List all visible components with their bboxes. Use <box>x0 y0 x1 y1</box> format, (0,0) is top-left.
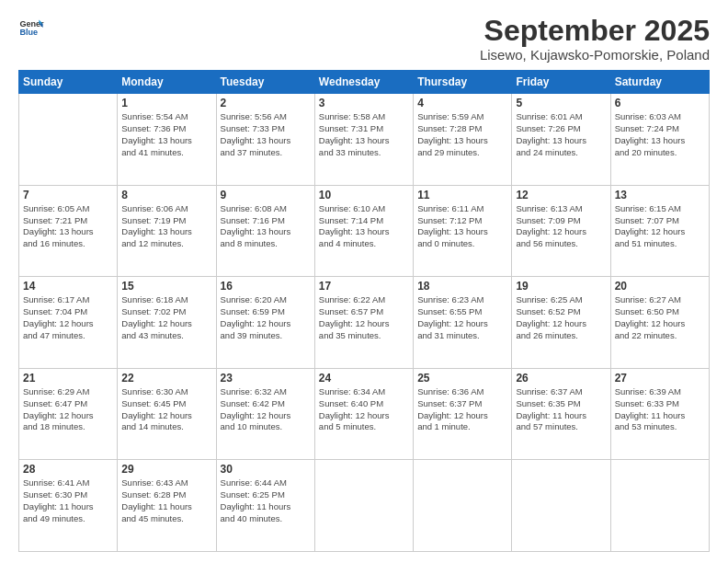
header-tuesday: Tuesday <box>216 71 314 94</box>
table-row: 24Sunrise: 6:34 AM Sunset: 6:40 PM Dayli… <box>314 368 413 460</box>
table-row: 3Sunrise: 5:58 AM Sunset: 7:31 PM Daylig… <box>314 94 413 186</box>
cell-day-number: 8 <box>121 189 211 201</box>
cell-day-number: 26 <box>516 372 606 385</box>
table-row: 25Sunrise: 6:36 AM Sunset: 6:37 PM Dayli… <box>414 368 512 460</box>
cell-day-number: 27 <box>615 372 705 385</box>
header-thursday: Thursday <box>414 71 512 94</box>
table-row: 14Sunrise: 6:17 AM Sunset: 7:04 PM Dayli… <box>19 277 118 369</box>
cell-info-text: Sunrise: 6:22 AM Sunset: 6:57 PM Dayligh… <box>319 294 409 341</box>
cell-day-number: 30 <box>221 463 311 476</box>
header-sunday: Sunday <box>19 71 118 94</box>
table-row: 28Sunrise: 6:41 AM Sunset: 6:30 PM Dayli… <box>19 460 118 552</box>
table-row <box>19 94 118 186</box>
cell-info-text: Sunrise: 6:11 AM Sunset: 7:12 PM Dayligh… <box>417 203 507 250</box>
calendar-header-row: Sunday Monday Tuesday Wednesday Thursday… <box>19 71 710 94</box>
header-wednesday: Wednesday <box>314 71 413 94</box>
table-row: 16Sunrise: 6:20 AM Sunset: 6:59 PM Dayli… <box>216 277 314 369</box>
header-friday: Friday <box>512 71 610 94</box>
header-monday: Monday <box>118 71 216 94</box>
table-row <box>314 460 413 552</box>
month-title: September 2025 <box>480 15 710 47</box>
cell-day-number: 5 <box>516 97 606 109</box>
cell-info-text: Sunrise: 6:18 AM Sunset: 7:02 PM Dayligh… <box>121 294 211 341</box>
table-row: 11Sunrise: 6:11 AM Sunset: 7:12 PM Dayli… <box>414 185 512 277</box>
table-row: 8Sunrise: 6:06 AM Sunset: 7:19 PM Daylig… <box>118 185 216 277</box>
table-row: 23Sunrise: 6:32 AM Sunset: 6:42 PM Dayli… <box>216 368 314 460</box>
cell-day-number: 13 <box>615 189 705 201</box>
cell-info-text: Sunrise: 6:15 AM Sunset: 7:07 PM Dayligh… <box>615 203 705 250</box>
table-row <box>414 460 512 552</box>
cell-info-text: Sunrise: 6:27 AM Sunset: 6:50 PM Dayligh… <box>615 294 705 341</box>
cell-info-text: Sunrise: 6:20 AM Sunset: 6:59 PM Dayligh… <box>221 294 311 341</box>
cell-info-text: Sunrise: 6:34 AM Sunset: 6:40 PM Dayligh… <box>319 386 409 433</box>
table-row: 29Sunrise: 6:43 AM Sunset: 6:28 PM Dayli… <box>118 460 216 552</box>
table-row: 9Sunrise: 6:08 AM Sunset: 7:16 PM Daylig… <box>216 185 314 277</box>
cell-day-number: 24 <box>319 372 409 385</box>
cell-day-number: 23 <box>221 372 311 385</box>
table-row: 21Sunrise: 6:29 AM Sunset: 6:47 PM Dayli… <box>19 368 118 460</box>
calendar-week-row: 1Sunrise: 5:54 AM Sunset: 7:36 PM Daylig… <box>19 94 710 186</box>
cell-day-number: 1 <box>121 97 211 109</box>
cell-day-number: 21 <box>23 372 113 385</box>
table-row <box>512 460 610 552</box>
cell-info-text: Sunrise: 6:13 AM Sunset: 7:09 PM Dayligh… <box>516 203 606 250</box>
table-row: 12Sunrise: 6:13 AM Sunset: 7:09 PM Dayli… <box>512 185 610 277</box>
cell-day-number: 3 <box>319 97 409 109</box>
table-row: 19Sunrise: 6:25 AM Sunset: 6:52 PM Dayli… <box>512 277 610 369</box>
table-row: 22Sunrise: 6:30 AM Sunset: 6:45 PM Dayli… <box>118 368 216 460</box>
cell-day-number: 4 <box>417 97 507 109</box>
cell-day-number: 22 <box>121 372 211 385</box>
cell-info-text: Sunrise: 6:43 AM Sunset: 6:28 PM Dayligh… <box>121 477 211 524</box>
svg-text:Blue: Blue <box>19 28 38 37</box>
cell-day-number: 10 <box>319 189 409 201</box>
cell-info-text: Sunrise: 6:25 AM Sunset: 6:52 PM Dayligh… <box>516 294 606 341</box>
cell-info-text: Sunrise: 6:17 AM Sunset: 7:04 PM Dayligh… <box>23 294 113 341</box>
cell-day-number: 11 <box>417 189 507 201</box>
cell-info-text: Sunrise: 6:05 AM Sunset: 7:21 PM Dayligh… <box>23 203 113 250</box>
cell-day-number: 16 <box>221 280 311 293</box>
cell-day-number: 19 <box>516 280 606 293</box>
table-row: 17Sunrise: 6:22 AM Sunset: 6:57 PM Dayli… <box>314 277 413 369</box>
cell-day-number: 29 <box>121 463 211 476</box>
table-row: 1Sunrise: 5:54 AM Sunset: 7:36 PM Daylig… <box>118 94 216 186</box>
calendar-week-row: 14Sunrise: 6:17 AM Sunset: 7:04 PM Dayli… <box>19 277 710 369</box>
cell-day-number: 25 <box>417 372 507 385</box>
table-row: 7Sunrise: 6:05 AM Sunset: 7:21 PM Daylig… <box>19 185 118 277</box>
cell-info-text: Sunrise: 5:59 AM Sunset: 7:28 PM Dayligh… <box>417 111 507 158</box>
cell-day-number: 7 <box>23 189 113 201</box>
cell-info-text: Sunrise: 6:41 AM Sunset: 6:30 PM Dayligh… <box>23 477 113 524</box>
table-row: 26Sunrise: 6:37 AM Sunset: 6:35 PM Dayli… <box>512 368 610 460</box>
cell-day-number: 20 <box>615 280 705 293</box>
cell-info-text: Sunrise: 5:58 AM Sunset: 7:31 PM Dayligh… <box>319 111 409 158</box>
cell-info-text: Sunrise: 5:54 AM Sunset: 7:36 PM Dayligh… <box>121 111 211 158</box>
cell-info-text: Sunrise: 6:29 AM Sunset: 6:47 PM Dayligh… <box>23 386 113 433</box>
header-saturday: Saturday <box>610 71 709 94</box>
cell-info-text: Sunrise: 6:03 AM Sunset: 7:24 PM Dayligh… <box>615 111 705 158</box>
title-block: September 2025 Lisewo, Kujawsko-Pomorski… <box>480 15 710 63</box>
calendar-week-row: 28Sunrise: 6:41 AM Sunset: 6:30 PM Dayli… <box>19 460 710 552</box>
cell-day-number: 15 <box>121 280 211 293</box>
table-row: 4Sunrise: 5:59 AM Sunset: 7:28 PM Daylig… <box>414 94 512 186</box>
page: General Blue September 2025 Lisewo, Kuja… <box>0 0 728 563</box>
table-row: 10Sunrise: 6:10 AM Sunset: 7:14 PM Dayli… <box>314 185 413 277</box>
logo: General Blue <box>18 15 44 40</box>
calendar-week-row: 7Sunrise: 6:05 AM Sunset: 7:21 PM Daylig… <box>19 185 710 277</box>
table-row: 13Sunrise: 6:15 AM Sunset: 7:07 PM Dayli… <box>610 185 709 277</box>
cell-day-number: 18 <box>417 280 507 293</box>
table-row: 15Sunrise: 6:18 AM Sunset: 7:02 PM Dayli… <box>118 277 216 369</box>
cell-info-text: Sunrise: 6:36 AM Sunset: 6:37 PM Dayligh… <box>417 386 507 433</box>
cell-day-number: 14 <box>23 280 113 293</box>
cell-day-number: 12 <box>516 189 606 201</box>
cell-info-text: Sunrise: 6:08 AM Sunset: 7:16 PM Dayligh… <box>221 203 311 250</box>
cell-info-text: Sunrise: 5:56 AM Sunset: 7:33 PM Dayligh… <box>221 111 311 158</box>
cell-day-number: 9 <box>221 189 311 201</box>
table-row: 30Sunrise: 6:44 AM Sunset: 6:25 PM Dayli… <box>216 460 314 552</box>
table-row: 5Sunrise: 6:01 AM Sunset: 7:26 PM Daylig… <box>512 94 610 186</box>
table-row <box>610 460 709 552</box>
calendar-week-row: 21Sunrise: 6:29 AM Sunset: 6:47 PM Dayli… <box>19 368 710 460</box>
table-row: 18Sunrise: 6:23 AM Sunset: 6:55 PM Dayli… <box>414 277 512 369</box>
table-row: 2Sunrise: 5:56 AM Sunset: 7:33 PM Daylig… <box>216 94 314 186</box>
cell-info-text: Sunrise: 6:01 AM Sunset: 7:26 PM Dayligh… <box>516 111 606 158</box>
table-row: 27Sunrise: 6:39 AM Sunset: 6:33 PM Dayli… <box>610 368 709 460</box>
table-row: 20Sunrise: 6:27 AM Sunset: 6:50 PM Dayli… <box>610 277 709 369</box>
